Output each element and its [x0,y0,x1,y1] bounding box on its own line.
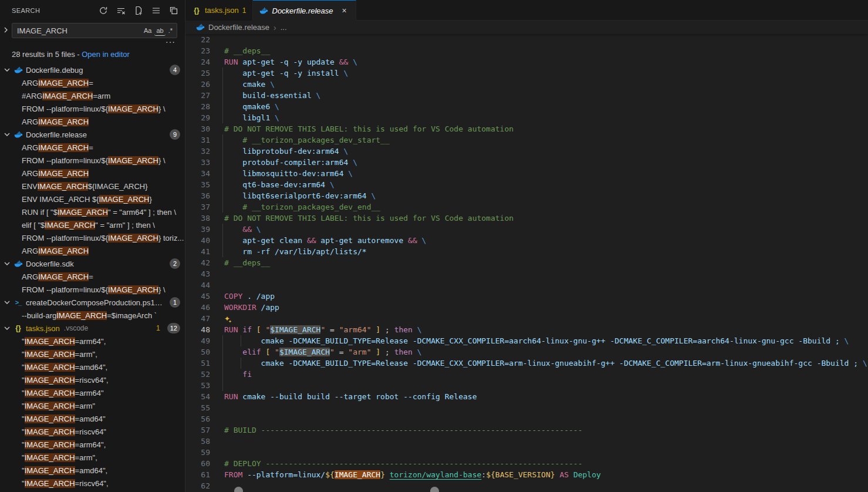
code-line-31[interactable]: 31 # __torizon_packages_dev_start__ [185,134,868,146]
code-line-36[interactable]: 36 libqt6serialport6-dev:arm64 \ [185,190,868,201]
search-match-row[interactable]: RUN if [ "$IMAGE_ARCH" = "arm64" ] ; the… [0,205,185,218]
code-line-26[interactable]: 26 cmake \ [185,79,868,90]
line-number: 30 [185,123,210,134]
search-match-row[interactable]: "IMAGE_ARCH=arm64", [0,438,185,451]
search-input[interactable] [17,26,141,35]
code-line-50[interactable]: 50 elif [ "$IMAGE_ARCH" = "arm" ] ; then… [185,346,868,358]
search-match-row[interactable]: ARG IMAGE_ARCH [0,167,185,180]
search-match-row[interactable]: ARG IMAGE_ARCH= [0,141,185,154]
search-match-row[interactable]: elif [ "$IMAGE_ARCH" = "arm" ] ; then \ [0,218,185,231]
code-line-37[interactable]: 37 # __torizon_packages_dev_end__ [185,201,868,213]
search-match-row[interactable]: "IMAGE_ARCH=arm", [0,348,185,360]
chevron-down-icon[interactable] [2,298,12,307]
search-match-row[interactable]: "IMAGE_ARCH=riscv64", [0,373,185,386]
code-line-54[interactable]: 54RUN cmake --build build --target robot… [185,391,868,402]
chevron-down-icon[interactable] [2,65,12,75]
search-match-row[interactable]: ARG IMAGE_ARCH [0,244,185,257]
code-line-40[interactable]: 40 apt-get clean && apt-get autoremove &… [185,235,868,246]
code-line-25[interactable]: 25 apt-get -q -y install \ [185,68,868,79]
search-match-row[interactable]: FROM --platform=linux/${IMAGE_ARCH} tori… [0,231,185,244]
expand-all-icon[interactable] [150,4,163,17]
file-result-tasks-json[interactable]: {}tasks.json.vscode112 [0,322,185,335]
file-result-create-docker-compose-production-ps1[interactable]: >_createDockerComposeProduction.ps1…1 [0,296,185,309]
code-line-62[interactable]: 62 [185,480,868,491]
code-line-55[interactable]: 55 [185,402,868,413]
regex-icon[interactable]: .* [167,26,174,35]
open-new-search-editor-icon[interactable] [132,4,145,17]
search-match-row[interactable]: "IMAGE_ARCH=riscv64", [0,477,185,490]
open-in-editor-link[interactable]: Open in editor [82,50,130,59]
code-line-32[interactable]: 32 libprotobuf-dev:arm64 \ [185,146,868,157]
code-line-27[interactable]: 27 build-essential \ [185,90,868,101]
search-match-row[interactable]: "IMAGE_ARCH=amd64" [0,412,185,425]
chevron-down-icon[interactable] [2,130,12,139]
code-line-60[interactable]: 60# DEPLOY -----------------------------… [185,458,868,469]
code-line-52[interactable]: 52 fi [185,369,868,380]
code-line-56[interactable]: 56 [185,413,868,424]
code-line-38[interactable]: 38# DO NOT REMOVE THIS LABEL: this is us… [185,213,868,224]
code-line-28[interactable]: 28 qmake6 \ [185,101,868,112]
search-match-row[interactable]: "IMAGE_ARCH=arm" [0,399,185,412]
search-match-row[interactable]: FROM --platform=linux/${IMAGE_ARCH} \ [0,154,185,167]
search-match-row[interactable]: --build-arg IMAGE_ARCH=$imageArch ` [0,309,185,322]
search-match-row[interactable]: ARG IMAGE_ARCH= [0,270,185,283]
indent-guide [222,335,223,391]
search-match-row[interactable]: FROM --platform=linux/${IMAGE_ARCH} \ [0,102,185,115]
code-line-59[interactable]: 59 [185,447,868,458]
tab-dockerfile-release[interactable]: Dockerfile.release× [253,0,356,21]
file-result-dockerfile-sdk[interactable]: Dockerfile.sdk2 [0,257,185,270]
whole-word-icon[interactable]: ab [154,26,165,36]
code-line-34[interactable]: 34 libmosquitto-dev:arm64 \ [185,168,868,179]
search-match-row[interactable]: ARG IMAGE_ARCH [0,115,185,128]
code-line-39[interactable]: 39 && \ [185,224,868,235]
close-icon[interactable]: × [339,5,350,16]
code-line-43[interactable]: 43 [185,268,868,279]
code-line-30[interactable]: 30# DO NOT REMOVE THIS LABEL: this is us… [185,123,868,134]
breadcrumb-file[interactable]: Dockerfile.release [208,23,269,32]
code-line-44[interactable]: 44 [185,279,868,291]
code-line-48[interactable]: 48RUN if [ "$IMAGE_ARCH" = "arm64" ] ; t… [185,324,868,335]
code-line-53[interactable]: 53 [185,380,868,391]
refresh-icon[interactable] [97,4,110,17]
more-actions-icon[interactable]: ··· [166,38,175,48]
code-line-49[interactable]: 49 cmake -DCMAKE_BUILD_TYPE=Release -DCM… [185,335,868,346]
search-match-row[interactable]: "IMAGE_ARCH=arm64" [0,386,185,399]
search-match-row[interactable]: ENV IMAGE_ARCH ${IMAGE_ARCH} [0,180,185,193]
code-line-58[interactable]: 58 [185,436,868,447]
json-braces-icon: {} [191,6,202,15]
tab-tasks-json[interactable]: {}tasks.json1 [185,0,253,21]
file-result-dockerfile-debug[interactable]: Dockerfile.debug4 [0,63,185,76]
code-line-29[interactable]: 29 libgl1 \ [185,112,868,123]
code-line-35[interactable]: 35 qt6-base-dev:arm64 \ [185,179,868,190]
search-match-row[interactable]: #ARG IMAGE_ARCH=arm [0,89,185,102]
search-match-row[interactable]: ARG IMAGE_ARCH= [0,76,185,89]
chevron-down-icon[interactable] [2,259,12,268]
search-match-row[interactable]: "IMAGE_ARCH=arm64", [0,335,185,348]
code-line-61[interactable]: 61FROM --platform=linux/${IMAGE_ARCH} to… [185,469,868,480]
search-match-row[interactable]: FROM --platform=linux/${IMAGE_ARCH} \ [0,283,185,296]
code-line-23[interactable]: 23# __deps__ [185,45,868,56]
file-result-dockerfile-release[interactable]: Dockerfile.release9 [0,128,185,141]
code-editor[interactable]: 2223# __deps__24RUN apt-get -q -y update… [185,34,868,492]
view-as-tree-icon[interactable] [167,4,180,17]
search-match-row[interactable]: "IMAGE_ARCH=riscv64" [0,425,185,438]
code-line-24[interactable]: 24RUN apt-get -q -y update && \ [185,56,868,68]
search-match-row[interactable]: ENV IMAGE_ARCH ${IMAGE_ARCH} [0,193,185,205]
code-line-33[interactable]: 33 protobuf-compiler:arm64 \ [185,157,868,168]
code-line-47[interactable]: 47✦✦ [185,313,868,324]
search-match-row[interactable]: "IMAGE_ARCH=arm", [0,451,185,464]
code-line-46[interactable]: 46WORKDIR /app [185,302,868,313]
clear-search-results-icon[interactable] [114,4,127,17]
code-line-42[interactable]: 42# __deps__ [185,257,868,268]
code-line-22[interactable]: 22 [185,34,868,45]
match-case-icon[interactable]: Aa [142,26,153,35]
search-match-row[interactable]: "IMAGE_ARCH=amd64", [0,360,185,373]
code-line-45[interactable]: 45COPY . /app [185,291,868,302]
toggle-replace-chevron-icon[interactable] [1,25,11,35]
code-line-41[interactable]: 41 rm -rf /var/lib/apt/lists/* [185,246,868,257]
code-line-57[interactable]: 57# BUILD ------------------------------… [185,424,868,436]
search-match-row[interactable]: "IMAGE_ARCH=amd64", [0,464,185,477]
breadcrumb-more[interactable]: ... [281,23,287,32]
chevron-down-icon[interactable] [2,323,12,333]
code-line-51[interactable]: 51 cmake -DCMAKE_BUILD_TYPE=Release -DCM… [185,358,868,369]
